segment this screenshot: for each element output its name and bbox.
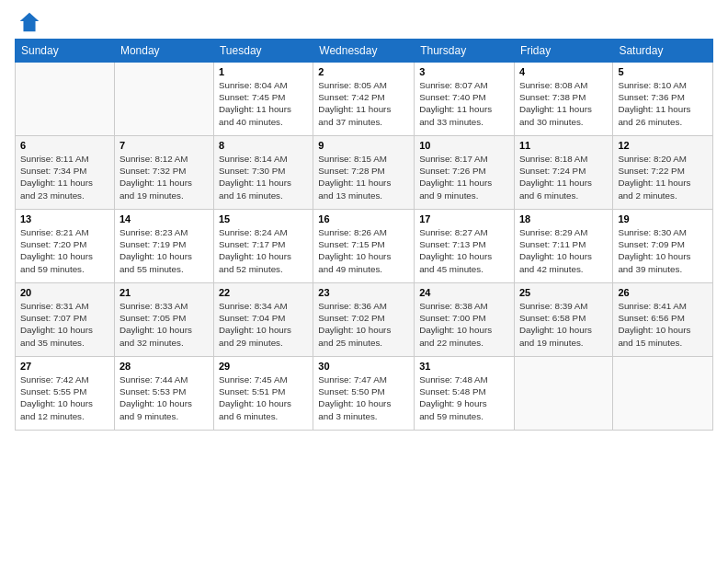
day-info: Sunrise: 7:48 AM Sunset: 5:48 PM Dayligh…	[419, 373, 509, 422]
day-info: Sunrise: 8:11 AM Sunset: 7:34 PM Dayligh…	[20, 153, 109, 201]
logo-icon	[17, 9, 42, 35]
calendar-cell: 24Sunrise: 8:38 AM Sunset: 7:00 PM Dayli…	[415, 283, 515, 357]
day-number: 11	[519, 140, 609, 151]
day-number: 14	[119, 213, 209, 224]
day-info: Sunrise: 8:18 AM Sunset: 7:24 PM Dayligh…	[519, 153, 609, 201]
calendar-header-row: SundayMondayTuesdayWednesdayThursdayFrid…	[16, 40, 713, 63]
calendar-cell: 7Sunrise: 8:12 AM Sunset: 7:32 PM Daylig…	[114, 136, 213, 210]
week-row-1: 1Sunrise: 8:04 AM Sunset: 7:45 PM Daylig…	[16, 63, 713, 136]
calendar-cell: 17Sunrise: 8:27 AM Sunset: 7:13 PM Dayli…	[415, 210, 515, 283]
day-info: Sunrise: 8:07 AM Sunset: 7:40 PM Dayligh…	[419, 79, 509, 128]
calendar-cell: 14Sunrise: 8:23 AM Sunset: 7:19 PM Dayli…	[114, 210, 213, 283]
calendar-cell: 4Sunrise: 8:08 AM Sunset: 7:38 PM Daylig…	[514, 63, 613, 136]
day-info: Sunrise: 8:08 AM Sunset: 7:38 PM Dayligh…	[519, 79, 609, 128]
day-header-monday: Monday	[114, 40, 213, 63]
day-number: 26	[618, 287, 708, 298]
calendar-cell: 11Sunrise: 8:18 AM Sunset: 7:24 PM Dayli…	[514, 136, 613, 210]
calendar-cell	[114, 63, 213, 136]
day-info: Sunrise: 8:30 AM Sunset: 7:09 PM Dayligh…	[618, 226, 708, 275]
day-number: 3	[419, 66, 509, 77]
day-info: Sunrise: 8:23 AM Sunset: 7:19 PM Dayligh…	[119, 226, 209, 275]
calendar-cell: 29Sunrise: 7:45 AM Sunset: 5:51 PM Dayli…	[213, 357, 313, 431]
day-number: 17	[419, 213, 509, 224]
logo	[15, 9, 42, 35]
day-header-thursday: Thursday	[415, 40, 515, 63]
day-info: Sunrise: 7:42 AM Sunset: 5:55 PM Dayligh…	[20, 373, 109, 422]
calendar-cell: 23Sunrise: 8:36 AM Sunset: 7:02 PM Dayli…	[313, 283, 415, 357]
day-number: 24	[419, 287, 509, 298]
day-info: Sunrise: 8:05 AM Sunset: 7:42 PM Dayligh…	[318, 79, 409, 128]
day-info: Sunrise: 8:31 AM Sunset: 7:07 PM Dayligh…	[20, 300, 109, 349]
day-number: 1	[219, 66, 308, 77]
day-info: Sunrise: 8:41 AM Sunset: 6:56 PM Dayligh…	[618, 300, 708, 349]
calendar-cell: 19Sunrise: 8:30 AM Sunset: 7:09 PM Dayli…	[613, 210, 713, 283]
calendar-cell: 15Sunrise: 8:24 AM Sunset: 7:17 PM Dayli…	[213, 210, 313, 283]
day-info: Sunrise: 8:33 AM Sunset: 7:05 PM Dayligh…	[119, 300, 209, 349]
day-info: Sunrise: 7:44 AM Sunset: 5:53 PM Dayligh…	[119, 373, 209, 422]
calendar-cell	[16, 63, 115, 136]
calendar-cell: 12Sunrise: 8:20 AM Sunset: 7:22 PM Dayli…	[613, 136, 713, 210]
day-info: Sunrise: 8:24 AM Sunset: 7:17 PM Dayligh…	[219, 226, 308, 275]
day-info: Sunrise: 8:04 AM Sunset: 7:45 PM Dayligh…	[219, 79, 308, 128]
day-info: Sunrise: 8:21 AM Sunset: 7:20 PM Dayligh…	[20, 226, 109, 275]
day-number: 28	[119, 361, 209, 372]
calendar-cell: 18Sunrise: 8:29 AM Sunset: 7:11 PM Dayli…	[514, 210, 613, 283]
day-number: 23	[318, 287, 409, 298]
day-info: Sunrise: 8:29 AM Sunset: 7:11 PM Dayligh…	[519, 226, 609, 275]
day-number: 10	[419, 140, 509, 151]
day-header-wednesday: Wednesday	[313, 40, 415, 63]
week-row-2: 6Sunrise: 8:11 AM Sunset: 7:34 PM Daylig…	[16, 136, 713, 210]
day-number: 29	[219, 361, 308, 372]
day-number: 15	[219, 213, 308, 224]
calendar-cell: 20Sunrise: 8:31 AM Sunset: 7:07 PM Dayli…	[16, 283, 115, 357]
day-info: Sunrise: 8:34 AM Sunset: 7:04 PM Dayligh…	[219, 300, 308, 349]
calendar-cell: 2Sunrise: 8:05 AM Sunset: 7:42 PM Daylig…	[313, 63, 415, 136]
day-info: Sunrise: 7:47 AM Sunset: 5:50 PM Dayligh…	[318, 373, 409, 422]
week-row-5: 27Sunrise: 7:42 AM Sunset: 5:55 PM Dayli…	[16, 357, 713, 431]
calendar-cell: 3Sunrise: 8:07 AM Sunset: 7:40 PM Daylig…	[415, 63, 515, 136]
day-number: 20	[20, 287, 109, 298]
day-number: 19	[618, 213, 708, 224]
svg-marker-0	[20, 13, 40, 32]
day-number: 27	[20, 361, 109, 372]
calendar-cell: 21Sunrise: 8:33 AM Sunset: 7:05 PM Dayli…	[114, 283, 213, 357]
calendar-cell: 13Sunrise: 8:21 AM Sunset: 7:20 PM Dayli…	[16, 210, 115, 283]
calendar-cell: 5Sunrise: 8:10 AM Sunset: 7:36 PM Daylig…	[613, 63, 713, 136]
calendar-cell: 6Sunrise: 8:11 AM Sunset: 7:34 PM Daylig…	[16, 136, 115, 210]
calendar-cell: 31Sunrise: 7:48 AM Sunset: 5:48 PM Dayli…	[415, 357, 515, 431]
day-info: Sunrise: 8:39 AM Sunset: 6:58 PM Dayligh…	[519, 300, 609, 349]
day-number: 8	[219, 140, 308, 151]
calendar-cell: 28Sunrise: 7:44 AM Sunset: 5:53 PM Dayli…	[114, 357, 213, 431]
day-info: Sunrise: 8:38 AM Sunset: 7:00 PM Dayligh…	[419, 300, 509, 349]
day-number: 18	[519, 213, 609, 224]
day-info: Sunrise: 8:26 AM Sunset: 7:15 PM Dayligh…	[318, 226, 409, 275]
day-info: Sunrise: 7:45 AM Sunset: 5:51 PM Dayligh…	[219, 373, 308, 422]
day-info: Sunrise: 8:15 AM Sunset: 7:28 PM Dayligh…	[318, 153, 409, 201]
day-info: Sunrise: 8:14 AM Sunset: 7:30 PM Dayligh…	[219, 153, 308, 201]
calendar-cell: 26Sunrise: 8:41 AM Sunset: 6:56 PM Dayli…	[613, 283, 713, 357]
calendar-cell	[514, 357, 613, 431]
day-number: 5	[618, 66, 708, 77]
day-info: Sunrise: 8:27 AM Sunset: 7:13 PM Dayligh…	[419, 226, 509, 275]
calendar-cell: 9Sunrise: 8:15 AM Sunset: 7:28 PM Daylig…	[313, 136, 415, 210]
week-row-3: 13Sunrise: 8:21 AM Sunset: 7:20 PM Dayli…	[16, 210, 713, 283]
calendar-cell: 22Sunrise: 8:34 AM Sunset: 7:04 PM Dayli…	[213, 283, 313, 357]
calendar-cell: 25Sunrise: 8:39 AM Sunset: 6:58 PM Dayli…	[514, 283, 613, 357]
day-number: 16	[318, 213, 409, 224]
day-number: 9	[318, 140, 409, 151]
day-number: 21	[119, 287, 209, 298]
calendar-cell: 27Sunrise: 7:42 AM Sunset: 5:55 PM Dayli…	[16, 357, 115, 431]
day-number: 6	[20, 140, 109, 151]
day-header-tuesday: Tuesday	[213, 40, 313, 63]
day-number: 30	[318, 361, 409, 372]
day-header-sunday: Sunday	[16, 40, 115, 63]
day-info: Sunrise: 8:20 AM Sunset: 7:22 PM Dayligh…	[618, 153, 708, 201]
day-number: 2	[318, 66, 409, 77]
calendar-cell	[613, 357, 713, 431]
calendar: SundayMondayTuesdayWednesdayThursdayFrid…	[15, 39, 713, 431]
day-header-friday: Friday	[514, 40, 613, 63]
calendar-cell: 16Sunrise: 8:26 AM Sunset: 7:15 PM Dayli…	[313, 210, 415, 283]
header	[15, 9, 713, 35]
day-info: Sunrise: 8:36 AM Sunset: 7:02 PM Dayligh…	[318, 300, 409, 349]
calendar-cell: 8Sunrise: 8:14 AM Sunset: 7:30 PM Daylig…	[213, 136, 313, 210]
